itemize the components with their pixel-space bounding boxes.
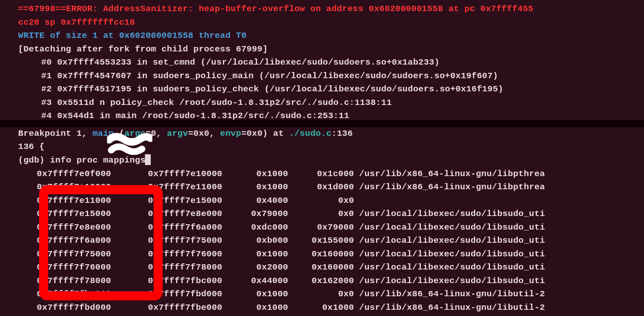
code-line: 136 { bbox=[0, 140, 644, 154]
mapping-row: 0x7ffff7e0f0000x7ffff7e100000x10000x1c00… bbox=[0, 167, 644, 181]
map-size: 0x1000 bbox=[222, 288, 288, 301]
bp-eq0b: =0x0, bbox=[188, 129, 220, 138]
asan-error-line2: cc20 sp 0x7fffffffcc18 bbox=[0, 16, 644, 30]
map-start: 0x7ffff7f6a000 bbox=[0, 234, 111, 248]
memory-mappings: 0x7ffff7e0f0000x7ffff7e100000x10000x1c00… bbox=[0, 167, 644, 315]
map-path: /usr/lib/x86_64-linux-gnu/libutil-2 bbox=[354, 301, 545, 315]
map-start: 0x7ffff7f78000 bbox=[0, 274, 111, 288]
bp-prefix: Breakpoint 1, bbox=[18, 129, 93, 138]
map-off: 0x79000 bbox=[288, 221, 354, 235]
gdb-cmd: info proc mappings bbox=[50, 156, 145, 165]
map-path: /usr/local/libexec/sudo/libsudo_uti bbox=[354, 274, 545, 288]
map-size: 0x2000 bbox=[222, 261, 288, 274]
mapping-row: 0x7ffff7f750000x7ffff7f760000x10000x1600… bbox=[0, 248, 644, 261]
map-size: 0x1000 bbox=[222, 248, 288, 261]
mapping-row: 0x7ffff7f760000x7ffff7f780000x20000x1600… bbox=[0, 261, 644, 274]
trace-frame-2: #2 0x7ffff4517195 in sudoers_policy_chec… bbox=[0, 83, 644, 96]
map-off: 0x155000 bbox=[288, 234, 354, 248]
map-end: 0x7ffff7e15000 bbox=[111, 194, 222, 208]
trace-frame-4: #4 0x544d1 in main /root/sudo-1.8.31p2/s… bbox=[0, 109, 644, 123]
bp-argv: argv bbox=[167, 129, 188, 138]
bp-envp: envp bbox=[220, 129, 241, 138]
breakpoint-line: Breakpoint 1, main (argc=0, argv=0x0, en… bbox=[0, 127, 644, 141]
map-path: /usr/lib/x86_64-linux-gnu/libutil-2 bbox=[354, 288, 545, 301]
map-off: 0x0 bbox=[288, 288, 354, 301]
map-size: 0x1000 bbox=[222, 301, 288, 315]
mapping-row: 0x7ffff7f6a0000x7ffff7f750000xb0000x1550… bbox=[0, 234, 644, 248]
map-off: 0x1000 bbox=[288, 301, 354, 315]
map-size: 0x79000 bbox=[222, 207, 288, 221]
mapping-row: 0x7ffff7e110000x7ffff7e150000x40000x0 bbox=[0, 194, 644, 208]
map-end: 0x7ffff7fbd000 bbox=[111, 288, 222, 301]
terminal-output: ==67998==ERROR: AddressSanitizer: heap-b… bbox=[0, 2, 644, 315]
map-end: 0x7ffff7fbe000 bbox=[111, 301, 222, 315]
map-start: 0x7ffff7e8e000 bbox=[0, 221, 111, 235]
map-end: 0x7ffff7f6a000 bbox=[111, 221, 222, 235]
asan-write-line: WRITE of size 1 at 0x602000001558 thread… bbox=[0, 29, 644, 43]
map-path: /usr/lib/x86_64-linux-gnu/libpthrea bbox=[354, 167, 545, 181]
map-size: 0x4000 bbox=[222, 194, 288, 208]
map-path bbox=[354, 194, 359, 208]
map-off: 0x0 bbox=[288, 207, 354, 221]
mapping-row: 0x7ffff7fbc0000x7ffff7fbd0000x10000x0/us… bbox=[0, 288, 644, 301]
bp-fn-main: main bbox=[93, 129, 114, 138]
map-end: 0x7ffff7f76000 bbox=[111, 248, 222, 261]
bp-file: ./sudo.c bbox=[289, 129, 331, 138]
asan-error-line1: ==67998==ERROR: AddressSanitizer: heap-b… bbox=[0, 2, 644, 16]
bp-line-no: :136 bbox=[331, 129, 353, 138]
gdb-prompt-line[interactable]: (gdb) info proc mappings bbox=[0, 154, 644, 167]
map-start: 0x7ffff7fbc000 bbox=[0, 288, 111, 301]
map-size: 0x44000 bbox=[222, 274, 288, 288]
map-start: 0x7ffff7e15000 bbox=[0, 207, 111, 221]
map-path: /usr/local/libexec/sudo/libsudo_uti bbox=[354, 261, 545, 274]
map-off: 0x162000 bbox=[288, 274, 354, 288]
map-path: /usr/local/libexec/sudo/libsudo_uti bbox=[354, 248, 545, 261]
bp-eq0c: =0x0) at bbox=[241, 129, 289, 138]
trace-frame-1: #1 0x7ffff4547607 in sudoers_policy_main… bbox=[0, 70, 644, 83]
map-size: 0xdc000 bbox=[222, 221, 288, 235]
map-end: 0x7ffff7e11000 bbox=[111, 181, 222, 194]
map-path: /usr/local/libexec/sudo/libsudo_uti bbox=[354, 234, 545, 248]
map-size: 0x1000 bbox=[222, 181, 288, 194]
map-start: 0x7ffff7f75000 bbox=[0, 248, 111, 261]
mapping-row: 0x7ffff7e100000x7ffff7e110000x10000x1d00… bbox=[0, 181, 644, 194]
map-size: 0x1000 bbox=[222, 167, 288, 181]
map-size: 0xb000 bbox=[222, 234, 288, 248]
cursor-icon bbox=[145, 154, 151, 165]
map-start: 0x7ffff7f76000 bbox=[0, 261, 111, 274]
trace-frame-0: #0 0x7ffff4553233 in set_cmnd (/usr/loca… bbox=[0, 56, 644, 70]
map-start: 0x7ffff7fbd000 bbox=[0, 301, 111, 315]
bp-argc: argc bbox=[124, 129, 146, 138]
map-off: 0x1d000 bbox=[288, 181, 354, 194]
map-end: 0x7ffff7e10000 bbox=[111, 167, 222, 181]
map-off: 0x160000 bbox=[288, 248, 354, 261]
map-path: /usr/local/libexec/sudo/libsudo_uti bbox=[354, 207, 545, 221]
map-start: 0x7ffff7e10000 bbox=[0, 181, 111, 194]
map-start: 0x7ffff7e0f000 bbox=[0, 167, 111, 181]
bp-eq0a: =0, bbox=[146, 129, 167, 138]
map-off: 0x1c000 bbox=[288, 167, 354, 181]
map-path: /usr/local/libexec/sudo/libsudo_uti bbox=[354, 221, 545, 235]
mapping-row: 0x7ffff7e150000x7ffff7e8e0000x790000x0/u… bbox=[0, 207, 644, 221]
mapping-row: 0x7ffff7f780000x7ffff7fbc0000x440000x162… bbox=[0, 274, 644, 288]
map-start: 0x7ffff7e11000 bbox=[0, 194, 111, 208]
map-off: 0x160000 bbox=[288, 261, 354, 274]
map-path: /usr/lib/x86_64-linux-gnu/libpthrea bbox=[354, 181, 545, 194]
gdb-prompt: (gdb) bbox=[18, 156, 50, 165]
mapping-row: 0x7ffff7e8e0000x7ffff7f6a0000xdc0000x790… bbox=[0, 221, 644, 235]
mapping-row: 0x7ffff7fbd0000x7ffff7fbe0000x10000x1000… bbox=[0, 301, 644, 315]
detaching-line: [Detaching after fork from child process… bbox=[0, 43, 644, 56]
map-end: 0x7ffff7f75000 bbox=[111, 234, 222, 248]
map-end: 0x7ffff7e8e000 bbox=[111, 207, 222, 221]
map-end: 0x7ffff7fbc000 bbox=[111, 274, 222, 288]
trace-frame-3: #3 0x5511d n policy_check /root/sudo-1.8… bbox=[0, 96, 644, 110]
bp-open: ( bbox=[114, 129, 124, 138]
map-end: 0x7ffff7f78000 bbox=[111, 261, 222, 274]
map-off: 0x0 bbox=[288, 194, 354, 208]
